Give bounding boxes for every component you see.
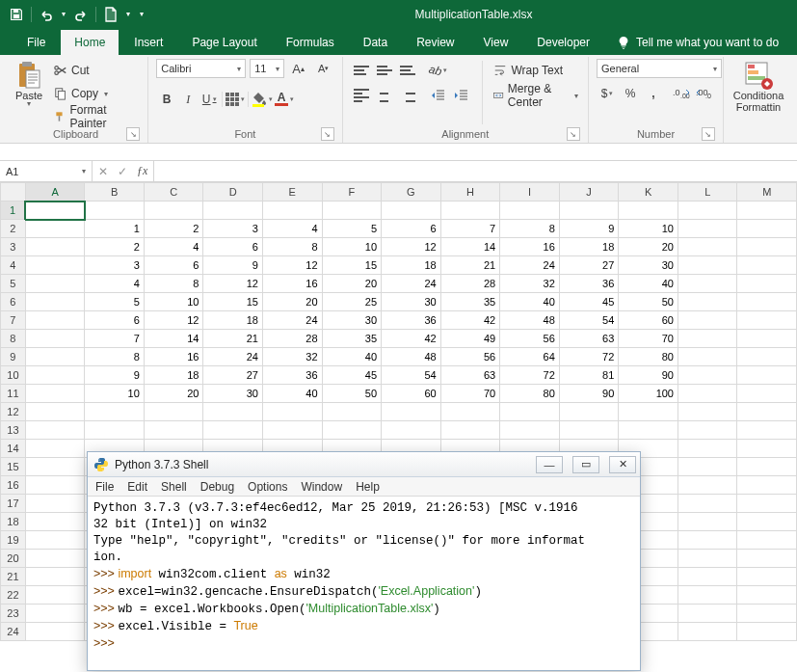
cell[interactable] [25,623,84,641]
cell[interactable]: 40 [500,293,560,311]
cell[interactable] [25,476,84,495]
row-header[interactable]: 7 [1,311,26,330]
cell[interactable]: 15 [322,256,382,275]
formula-input[interactable] [154,161,797,181]
row-header[interactable]: 13 [1,421,26,440]
cell[interactable] [737,403,797,421]
cell[interactable]: 50 [322,385,382,403]
cell[interactable]: 5 [322,220,382,238]
cell[interactable]: 36 [382,311,441,330]
row-header[interactable]: 5 [1,275,26,293]
border-button[interactable] [225,90,246,109]
cell[interactable] [440,421,500,440]
cell[interactable]: 18 [559,238,619,256]
cell[interactable]: 7 [85,330,145,348]
cell[interactable]: 70 [440,385,500,403]
cell[interactable]: 40 [322,348,382,366]
python-titlebar[interactable]: Python 3.7.3 Shell — ▭ ✕ [88,452,640,477]
cell[interactable] [737,531,797,550]
cell[interactable] [322,421,382,440]
name-box-dropdown-icon[interactable]: ▾ [82,167,86,175]
cell[interactable] [25,531,84,550]
bold-button[interactable]: B [156,90,177,109]
row-header[interactable]: 9 [1,348,26,366]
row-header[interactable]: 19 [1,531,26,550]
cell[interactable]: 40 [619,275,678,293]
font-size-combo[interactable]: 11▾ [250,59,283,78]
name-box[interactable]: A1 ▾ [0,161,93,181]
cell[interactable] [440,403,500,421]
cell[interactable] [737,202,797,220]
row-header[interactable]: 23 [1,605,26,623]
cell[interactable] [322,202,382,220]
cell[interactable] [382,202,441,220]
italic-button[interactable]: I [177,90,199,109]
cell[interactable]: 8 [144,275,203,293]
cell[interactable] [25,293,84,311]
cell[interactable]: 48 [500,311,560,330]
touch-mode-button[interactable] [98,3,123,26]
cell[interactable]: 20 [262,293,322,311]
cell[interactable]: 7 [440,220,500,238]
cell[interactable]: 90 [559,385,619,403]
cell[interactable]: 10 [619,220,678,238]
cell[interactable]: 3 [203,220,263,238]
cell[interactable] [677,421,736,440]
row-header[interactable]: 18 [1,513,26,531]
column-header[interactable]: L [677,183,736,202]
cell[interactable]: 1 [85,220,145,238]
cell[interactable] [262,421,322,440]
cell[interactable] [25,330,84,348]
increase-decimal-button[interactable]: .0.00 [671,84,692,103]
tab-file[interactable]: File [13,30,59,55]
cell[interactable]: 48 [382,348,441,366]
column-header[interactable]: C [144,183,203,202]
align-left-button[interactable] [351,86,372,105]
cell[interactable] [559,202,619,220]
cell[interactable] [25,458,84,476]
cell[interactable] [25,238,84,256]
tab-formulas[interactable]: Formulas [273,30,348,55]
cell[interactable] [25,513,84,531]
row-header[interactable]: 21 [1,568,26,586]
cell[interactable] [737,220,797,238]
cell[interactable] [559,421,619,440]
row-header[interactable]: 8 [1,330,26,348]
cell[interactable] [737,568,797,586]
cell[interactable] [677,256,736,275]
cell[interactable]: 21 [440,256,500,275]
row-header[interactable]: 24 [1,623,26,641]
cell[interactable] [737,513,797,531]
cell[interactable] [25,385,84,403]
paste-dropdown-icon[interactable]: ▾ [27,99,31,108]
copy-button[interactable]: Copy ▾ [52,84,140,103]
cell[interactable]: 6 [203,238,263,256]
cell[interactable] [677,348,736,366]
redo-button[interactable] [68,3,93,26]
wrap-text-button[interactable]: Wrap Text [491,61,580,80]
cell[interactable] [262,403,322,421]
cell[interactable]: 8 [262,238,322,256]
cell[interactable]: 24 [262,311,322,330]
tab-insert[interactable]: Insert [120,30,176,55]
cell[interactable]: 70 [619,330,678,348]
cell[interactable] [677,586,736,605]
cell[interactable] [25,605,84,623]
tab-view[interactable]: View [470,30,522,55]
minimize-button[interactable]: — [536,456,563,473]
cell[interactable] [25,348,84,366]
column-header[interactable]: E [262,183,322,202]
cell[interactable]: 21 [203,330,263,348]
cell[interactable]: 90 [619,366,678,385]
cell[interactable]: 36 [262,366,322,385]
cell[interactable]: 60 [382,385,441,403]
font-name-combo[interactable]: Calibri▾ [156,59,246,78]
cell[interactable] [677,220,736,238]
row-header[interactable]: 3 [1,238,26,256]
cell[interactable]: 42 [382,330,441,348]
font-launcher[interactable]: ↘ [321,127,334,141]
underline-button[interactable]: U [199,90,220,109]
cell[interactable]: 24 [203,348,263,366]
cell[interactable]: 35 [440,293,500,311]
column-header[interactable]: G [382,183,441,202]
